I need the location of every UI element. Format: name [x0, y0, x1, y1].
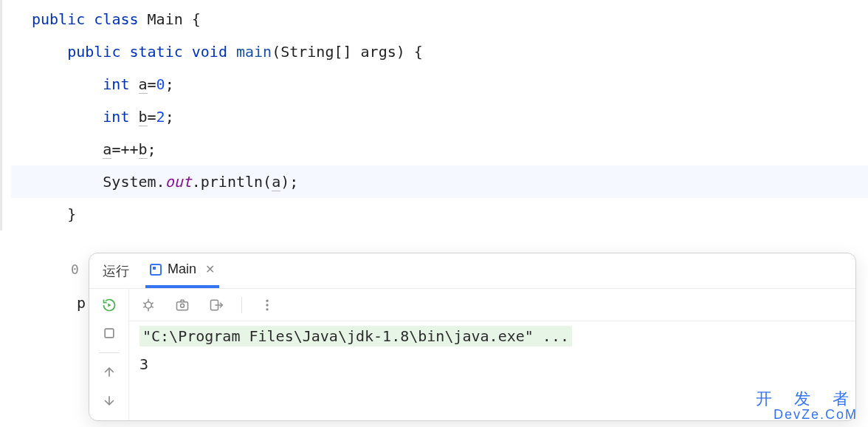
- type-int: int: [103, 75, 129, 93]
- more-icon[interactable]: [258, 296, 276, 314]
- watermark-cn: 开 发 者: [756, 390, 858, 408]
- console-output[interactable]: "C:\Program Files\Java\jdk-1.8\bin\java.…: [129, 321, 855, 378]
- keyword-public: public: [67, 43, 120, 61]
- svg-line-9: [151, 306, 154, 307]
- divider: [99, 352, 120, 353]
- var-a: a: [103, 140, 111, 159]
- svg-rect-1: [105, 329, 114, 338]
- keyword-static: static: [129, 43, 182, 61]
- run-side-toolbar: [89, 289, 129, 420]
- svg-point-15: [266, 299, 268, 301]
- run-label[interactable]: 运行: [100, 262, 132, 280]
- code-line-6[interactable]: System.out.println(a);: [11, 165, 868, 198]
- rerun-button[interactable]: [100, 296, 118, 314]
- code-line-1[interactable]: public class Main {: [11, 3, 868, 35]
- console-stdout: 3: [140, 346, 845, 373]
- num-literal: 0: [156, 75, 165, 93]
- var-b: b: [139, 140, 148, 159]
- svg-line-7: [151, 302, 154, 304]
- application-icon: [150, 264, 162, 276]
- tab-main-label: Main: [168, 262, 196, 277]
- run-toolbar: [129, 289, 855, 321]
- code-line-4[interactable]: int b=2;: [11, 100, 868, 133]
- class-name: Main: [148, 10, 183, 28]
- svg-point-12: [181, 304, 185, 307]
- svg-point-16: [266, 304, 268, 306]
- keyword-public: public: [32, 10, 85, 28]
- scroll-up-button[interactable]: [100, 363, 118, 381]
- run-tabs: 运行 Main ✕: [89, 253, 855, 289]
- code-editor[interactable]: public class Main { public static void m…: [0, 0, 868, 230]
- type-int: int: [103, 108, 129, 126]
- camera-icon[interactable]: [173, 296, 191, 314]
- code-line-5[interactable]: a=++b;: [11, 133, 868, 165]
- close-icon[interactable]: ✕: [202, 262, 215, 276]
- watermark-en: DevZe.CoM: [756, 408, 858, 423]
- debug-icon[interactable]: [140, 296, 157, 314]
- gutter-fold-0: 0: [71, 262, 79, 277]
- method-name: main: [236, 43, 272, 61]
- code-line-2[interactable]: public static void main(String[] args) {: [11, 35, 868, 68]
- console-command: "C:\Program Files\Java\jdk-1.8\bin\java.…: [140, 326, 572, 346]
- svg-point-17: [266, 308, 268, 310]
- scroll-down-button[interactable]: [100, 392, 118, 409]
- code-line-7[interactable]: }: [11, 198, 868, 230]
- exit-icon[interactable]: [207, 296, 225, 314]
- field-out: out: [165, 173, 192, 191]
- tab-main[interactable]: Main ✕: [145, 253, 219, 288]
- svg-marker-0: [108, 304, 111, 307]
- keyword-class: class: [94, 10, 138, 28]
- var-b: b: [139, 108, 148, 126]
- var-a: a: [272, 173, 280, 191]
- params: (String[] args) {: [272, 43, 423, 61]
- svg-line-6: [143, 302, 145, 304]
- gutter-fold-p: p: [77, 294, 86, 312]
- svg-line-8: [143, 306, 145, 307]
- brace: {: [192, 10, 201, 28]
- num-literal: 2: [156, 108, 165, 126]
- stop-button[interactable]: [100, 324, 118, 342]
- run-tool-window: 运行 Main ✕: [89, 253, 856, 421]
- brace: }: [67, 205, 76, 223]
- svg-point-4: [145, 301, 151, 307]
- watermark: 开 发 者 DevZe.CoM: [756, 390, 858, 423]
- var-a: a: [139, 75, 148, 94]
- keyword-void: void: [192, 43, 227, 61]
- divider: [241, 297, 242, 313]
- svg-rect-11: [177, 301, 188, 310]
- code-line-3[interactable]: int a=0;: [11, 68, 868, 100]
